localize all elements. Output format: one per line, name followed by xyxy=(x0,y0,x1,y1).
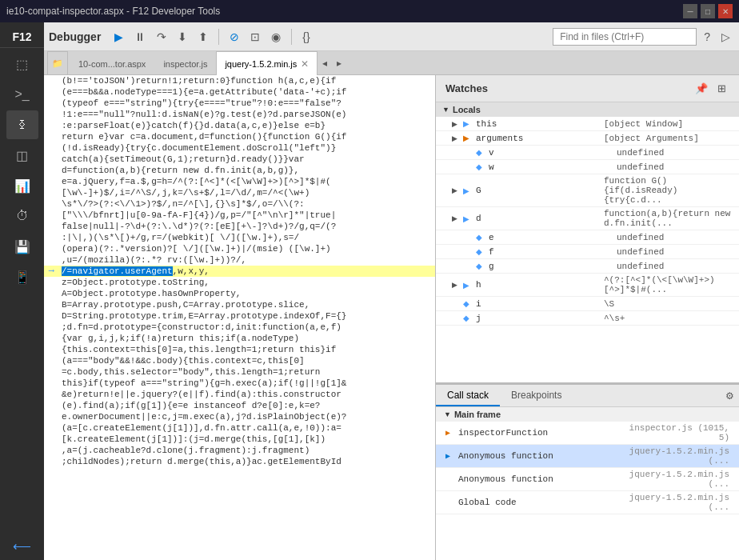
code-content: \s*\/?>(?:<\/\1>)?$/,n=/^[\],{}\s]*$/,o=… xyxy=(58,198,435,210)
tree-variable-value: ^(?:[^<]*(\<[\w\W]+>)[^>]*$|#(... xyxy=(601,274,739,295)
code-line: !1:e==="null"?null:d.isNaN(e)?g.test(e)?… xyxy=(44,109,435,120)
watches-panel: Watches 📌 ⊞ ▼ Locals▶▶this[object Window… xyxy=(436,75,739,384)
tab-inspector-js[interactable]: inspector.js xyxy=(154,51,216,75)
callstack-settings-button[interactable]: ⚙ xyxy=(721,389,739,403)
watches-pin-button[interactable]: 📌 xyxy=(692,81,711,96)
code-line: [\w\-]+)$/,i=/^\S/,j,k=/\s+$/,l=/\d/,m=/… xyxy=(44,187,435,198)
tab-nav-right[interactable]: ▸ xyxy=(332,51,346,74)
tool-arrow[interactable]: ⟵ xyxy=(6,531,38,560)
tool-debugger[interactable]: ⧰ xyxy=(6,110,38,139)
break-new-workers-button[interactable]: ⊡ xyxy=(246,28,264,46)
play-button[interactable]: ▶ xyxy=(110,28,127,46)
line-arrow-icon: ⟶ xyxy=(44,266,58,277)
watches-tree-item[interactable]: ◆vundefined xyxy=(436,146,739,160)
watches-tree[interactable]: ▼ Locals▶▶this[object Window]▶▶arguments… xyxy=(436,102,739,382)
tool-profiler[interactable]: ⏱ xyxy=(6,202,38,230)
tool-cursor[interactable]: ⬚ xyxy=(6,50,38,78)
watches-tree-item[interactable]: ▶▶h^(?:[^<]*(\<[\w\W]+>)[^>]*$|#(... xyxy=(436,274,739,297)
break-all-button[interactable]: ◉ xyxy=(267,28,285,46)
code-content: (!d.isReady){try{c.documentElement.doScr… xyxy=(58,142,435,154)
code-content: /=navigator.userAgent,w,x,y, xyxy=(58,266,435,277)
tab-close-icon[interactable]: ✕ xyxy=(301,58,309,70)
watches-tree-item[interactable]: ◆eundefined xyxy=(436,230,739,245)
tool-network[interactable]: ◫ xyxy=(6,141,38,170)
tree-variable-icon: ◆ xyxy=(460,314,473,322)
tree-toggle-icon[interactable]: ▶ xyxy=(449,214,460,222)
watches-title: Watches xyxy=(445,82,488,94)
pause-button[interactable]: ⏸ xyxy=(130,28,150,46)
code-line: A=Object.prototype.hasOwnProperty, xyxy=(44,288,435,299)
code-line: ,u=/(mozilla)(?:.*? rv:([\w.]+))?/, xyxy=(44,254,435,266)
tree-toggle-icon[interactable]: ▶ xyxy=(449,120,460,128)
code-content: (a=[c.createElement(j[1])],d.fn.attr.cal… xyxy=(58,422,435,434)
code-line: e=a.jQuery,f=a.$,g=h=/^(?:[^<]*(<[\w\W]+… xyxy=(44,176,435,187)
callstack-row[interactable]: ▶inspectorFunctioninspector.js (1015, 5) xyxy=(436,422,739,445)
tree-variable-name: f xyxy=(485,246,613,258)
expand-button[interactable]: ▷ xyxy=(717,28,734,46)
tool-memory[interactable]: 💾 xyxy=(6,232,38,261)
watches-tree-item[interactable]: ◆wundefined xyxy=(436,160,739,174)
code-content: return e}var c=a.document,d=function(){f… xyxy=(58,131,435,142)
code-line: this}if(typeof a==="string"){g=h.exec(a)… xyxy=(44,378,435,389)
format-source-button[interactable]: {} xyxy=(298,28,314,46)
watches-expand-button[interactable]: ⊞ xyxy=(714,81,729,96)
code-line: (typeof e==="string"){try{e===="true"?!0… xyxy=(44,98,435,109)
callstack-content[interactable]: ▼ Main frame▶inspectorFunctioninspector.… xyxy=(436,407,739,560)
tab-breakpoints[interactable]: Breakpoints xyxy=(500,385,573,406)
code-content: ;d.fn=d.prototype={constructor:d,init:fu… xyxy=(58,322,435,333)
tree-section-header-locals[interactable]: ▼ Locals xyxy=(436,102,739,117)
search-input[interactable] xyxy=(553,28,697,46)
code-content: [k.createElement(j[1])]:(j=d.merge(this,… xyxy=(58,434,435,445)
tool-emulation[interactable]: 📱 xyxy=(6,262,38,291)
callstack-row[interactable]: ▶Anonymous functionjquery-1.5.2.min.js (… xyxy=(436,445,739,468)
code-content: ;childNodes);return d.merge(this,a)}ac.g… xyxy=(58,456,435,467)
tree-variable-name: g xyxy=(485,261,613,272)
tree-toggle-icon[interactable]: ▶ xyxy=(449,281,460,289)
file-picker-button[interactable]: 📁 xyxy=(47,51,68,74)
callstack-function-name: Anonymous function xyxy=(458,474,618,484)
watches-tree-item[interactable]: ◆j^\s+ xyxy=(436,311,739,326)
tree-variable-name: arguments xyxy=(473,133,601,144)
code-content: &e)return!e||e.jquery?(e||f).find(a):thi… xyxy=(58,389,435,400)
code-line: {var g,i,j,k;if(!a)return this;if(a.node… xyxy=(44,333,435,344)
tab-call-stack[interactable]: Call stack xyxy=(436,385,500,406)
code-content: (a==="body"&&!&&c.body){this.context=c,t… xyxy=(58,355,435,366)
tree-variable-value: [object Arguments] xyxy=(601,133,739,144)
code-content: (e).find(a);if(g[1]){e=e instanceof d?e[… xyxy=(58,400,435,411)
step-over-button[interactable]: ↷ xyxy=(153,28,170,46)
code-line: B=Array.prototype.push,C=Array.prototype… xyxy=(44,299,435,310)
tree-toggle-icon[interactable]: ▶ xyxy=(449,134,460,142)
callstack-panel: Call stack Breakpoints ⚙ ▼ Main frame▶in… xyxy=(436,384,739,560)
code-line: ;d.fn=d.prototype={constructor:d,init:fu… xyxy=(44,322,435,333)
tool-console[interactable]: >_ xyxy=(6,80,38,109)
step-into-button[interactable]: ⬇ xyxy=(174,28,191,46)
callstack-row-icon: ▶ xyxy=(445,428,458,438)
tree-variable-icon: ◆ xyxy=(473,162,485,171)
code-line: (e).find(a);if(g[1]){e=e instanceof d?e[… xyxy=(44,400,435,411)
watches-tree-item[interactable]: ▶▶Gfunction G(){if(d.isReady){try{c.d... xyxy=(436,174,739,207)
watches-header: Watches 📌 ⊞ xyxy=(436,75,739,102)
tool-ui[interactable]: 📊 xyxy=(6,171,38,200)
tab-nav-left[interactable]: ◂ xyxy=(318,51,332,74)
tab-inspector-aspx[interactable]: 10-com...tor.aspx xyxy=(70,51,154,75)
callstack-row[interactable]: Anonymous functionjquery-1.5.2.min.js (.… xyxy=(436,468,739,491)
tab-jquery[interactable]: jquery-1.5.2.min.js ✕ xyxy=(216,51,318,75)
tree-toggle-icon[interactable]: ▶ xyxy=(449,186,460,194)
watches-tree-item[interactable]: ▶▶dfunction(a,b){return new d.fn.init(..… xyxy=(436,207,739,230)
help-button[interactable]: ? xyxy=(700,28,714,46)
code-area[interactable]: (b!=='toJSON')return!1;return:0}function… xyxy=(44,75,435,560)
close-button[interactable]: ✕ xyxy=(718,4,733,18)
code-content: z=Object.prototype.toString, xyxy=(58,277,435,288)
step-out-button[interactable]: ⬆ xyxy=(194,28,212,46)
break-exceptions-button[interactable]: ⊘ xyxy=(226,28,243,46)
watches-tree-item[interactable]: ▶▶this[object Window] xyxy=(436,117,739,131)
tree-variable-name: v xyxy=(485,147,613,158)
watches-tree-item[interactable]: ▶▶arguments[object Arguments] xyxy=(436,131,739,146)
watches-tree-item[interactable]: ◆i\S xyxy=(436,297,739,311)
callstack-row[interactable]: Global codejquery-1.5.2.min.js (... xyxy=(436,491,739,514)
watches-tree-item[interactable]: ◆gundefined xyxy=(436,259,739,274)
watches-tree-item[interactable]: ◆fundefined xyxy=(436,245,739,259)
tree-variable-name: d xyxy=(473,213,601,224)
minimize-button[interactable]: ─ xyxy=(683,4,697,18)
maximize-button[interactable]: □ xyxy=(701,4,715,18)
